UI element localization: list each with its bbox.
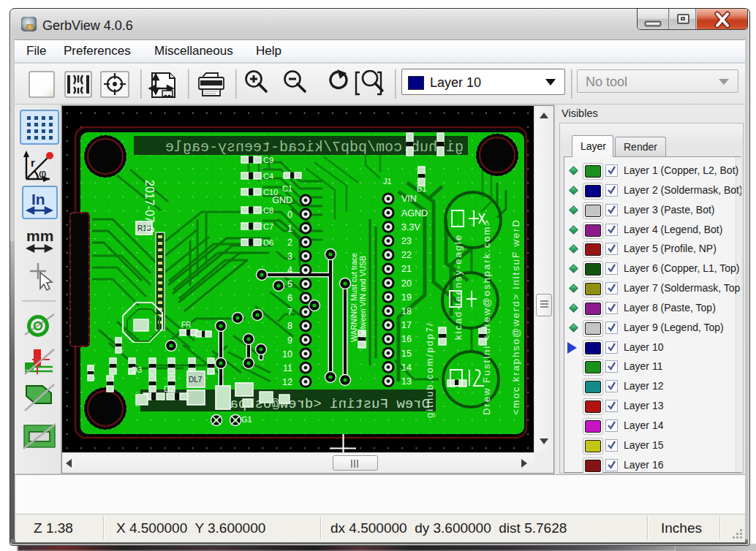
svg-text:16: 16 (401, 334, 412, 344)
svg-text:github.com/pdp7/: github.com/pdp7/ (424, 322, 435, 418)
svg-text:D3: D3 (132, 365, 142, 374)
svg-text:3.3V: 3.3V (401, 222, 420, 232)
svg-text:C1: C1 (282, 184, 292, 193)
svg-text:mm: mm (26, 227, 53, 244)
svg-text:20: 20 (401, 278, 412, 289)
svg-text:2: 2 (287, 238, 292, 248)
svg-text:15: 15 (401, 349, 412, 359)
svg-text:13: 13 (401, 376, 412, 387)
svg-text:DL7: DL7 (189, 376, 203, 384)
svg-text:φ: φ (39, 167, 46, 180)
svg-text:9: 9 (287, 335, 292, 346)
svg-text:4: 4 (287, 265, 292, 276)
svg-text:8: 8 (287, 321, 292, 331)
svg-text:14: 14 (401, 362, 412, 373)
svg-text:between VIN and VUSB: between VIN and VUSB (358, 256, 367, 338)
svg-text:6: 6 (287, 293, 292, 303)
svg-text:<moc.kraphso@werd> initsuF wer: <moc.kraphso@werd> initsuF werD (510, 218, 521, 415)
svg-text:18: 18 (401, 306, 412, 316)
svg-text:FR: FR (181, 321, 191, 329)
svg-text:AGND: AGND (401, 208, 428, 218)
svg-text:C4: C4 (263, 172, 273, 180)
svg-text:WARNING! Must cut trace: WARNING! Must cut trace (349, 253, 358, 342)
svg-text:19: 19 (401, 292, 412, 303)
svg-text:github.com/pdp7/kicad-teensy-e: github.com/pdp7/kicad-teensy-eagle (165, 139, 464, 156)
svg-text:23: 23 (401, 236, 412, 246)
svg-text:17: 17 (401, 320, 412, 330)
svg-text:kicad-teensy-eagle: kicad-teensy-eagle (453, 234, 464, 340)
svg-text:5: 5 (287, 279, 292, 289)
svg-text:C9: C9 (263, 156, 273, 164)
svg-text:2017-07-0: 2017-07-0 (143, 180, 156, 233)
svg-text:12: 12 (282, 377, 292, 387)
svg-text:VIN: VIN (401, 194, 417, 204)
svg-text:Drew Fustini <drew@oshpark.com: Drew Fustini <drew@oshpark.com> (481, 218, 492, 415)
svg-text:B1: B1 (417, 184, 426, 193)
svg-text:21: 21 (401, 264, 412, 274)
svg-text:GND: GND (272, 195, 292, 205)
svg-text:C7: C7 (263, 222, 273, 231)
svg-text:r: r (31, 156, 35, 169)
svg-text:0: 0 (287, 210, 292, 220)
svg-text:D6: D6 (263, 238, 273, 247)
svg-text:J1: J1 (383, 177, 392, 186)
svg-text:G1: G1 (241, 415, 252, 424)
svg-text:C8: C8 (263, 206, 273, 215)
svg-text:22: 22 (401, 250, 412, 260)
svg-text:7: 7 (287, 307, 292, 317)
svg-text:3: 3 (287, 251, 292, 262)
svg-text:C10: C10 (263, 188, 278, 197)
svg-text:Drew Fustini <drew@oshpar: Drew Fustini <drew@oshpar (222, 396, 430, 412)
svg-text:11: 11 (283, 363, 292, 373)
svg-text:D2: D2 (164, 384, 174, 393)
svg-text:10: 10 (282, 349, 292, 360)
svg-text:1: 1 (287, 224, 292, 234)
svg-text:In: In (31, 191, 45, 208)
